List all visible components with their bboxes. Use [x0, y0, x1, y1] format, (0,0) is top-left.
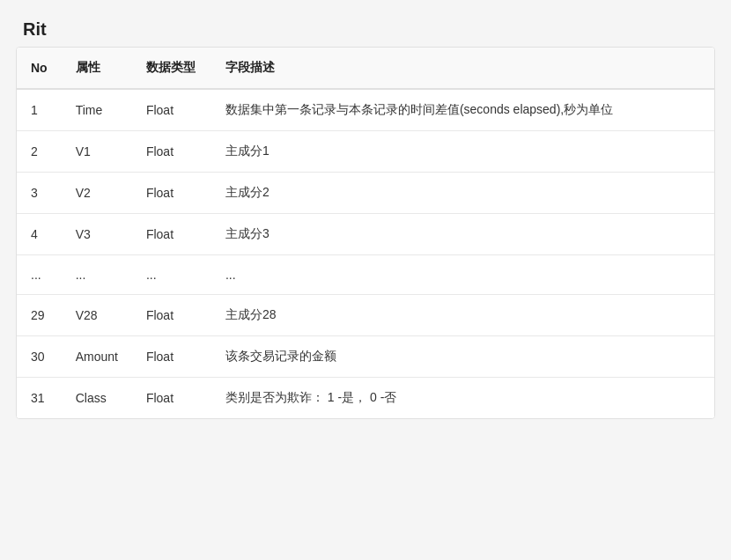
cell-attr: V3	[62, 214, 132, 255]
cell-desc: 类别是否为欺诈： 1 -是， 0 -否	[211, 378, 714, 419]
cell-no: ...	[17, 255, 62, 295]
cell-desc: 该条交易记录的金额	[211, 336, 714, 378]
table-row: 3V2Float主成分2	[17, 173, 714, 214]
cell-desc: 主成分1	[211, 131, 714, 173]
cell-no: 29	[17, 295, 62, 336]
data-table: No 属性 数据类型 字段描述 1TimeFloat数据集中第一条记录与本条记录…	[17, 48, 714, 418]
cell-no: 4	[17, 214, 62, 255]
col-header-attr: 属性	[62, 48, 132, 89]
cell-desc: 数据集中第一条记录与本条记录的时间差值(seconds elapsed),秒为单…	[211, 89, 714, 131]
cell-desc: 主成分28	[211, 295, 714, 336]
col-header-desc: 字段描述	[211, 48, 714, 89]
cell-no: 3	[17, 173, 62, 214]
cell-type: Float	[132, 295, 211, 336]
table-header-row: No 属性 数据类型 字段描述	[17, 48, 714, 89]
cell-type: Float	[132, 89, 211, 131]
table-row: 4V3Float主成分3	[17, 214, 714, 255]
section-title: Rit	[9, 9, 722, 47]
cell-no: 2	[17, 131, 62, 173]
cell-desc: 主成分2	[211, 173, 714, 214]
col-header-type: 数据类型	[132, 48, 211, 89]
table-row: ............	[17, 255, 714, 295]
cell-type: Float	[132, 378, 211, 419]
table-row: 1TimeFloat数据集中第一条记录与本条记录的时间差值(seconds el…	[17, 89, 714, 131]
table-row: 2V1Float主成分1	[17, 131, 714, 173]
table-wrapper: No 属性 数据类型 字段描述 1TimeFloat数据集中第一条记录与本条记录…	[16, 47, 715, 419]
cell-attr: V1	[62, 131, 132, 173]
col-header-no: No	[17, 48, 62, 89]
table-row: 29V28Float主成分28	[17, 295, 714, 336]
cell-attr: V28	[62, 295, 132, 336]
cell-attr: V2	[62, 173, 132, 214]
cell-attr: ...	[62, 255, 132, 295]
cell-type: Float	[132, 214, 211, 255]
cell-no: 1	[17, 89, 62, 131]
cell-attr: Amount	[62, 336, 132, 378]
cell-attr: Time	[62, 89, 132, 131]
cell-attr: Class	[62, 378, 132, 419]
cell-type: Float	[132, 173, 211, 214]
cell-no: 31	[17, 378, 62, 419]
cell-type: ...	[132, 255, 211, 295]
table-row: 30AmountFloat该条交易记录的金额	[17, 336, 714, 378]
cell-type: Float	[132, 131, 211, 173]
cell-desc: ...	[211, 255, 714, 295]
cell-desc: 主成分3	[211, 214, 714, 255]
cell-type: Float	[132, 336, 211, 378]
page-container: Rit No 属性 数据类型 字段描述 1TimeFloat数据集中第一条记录与…	[9, 9, 722, 419]
cell-no: 30	[17, 336, 62, 378]
table-row: 31ClassFloat类别是否为欺诈： 1 -是， 0 -否	[17, 378, 714, 419]
